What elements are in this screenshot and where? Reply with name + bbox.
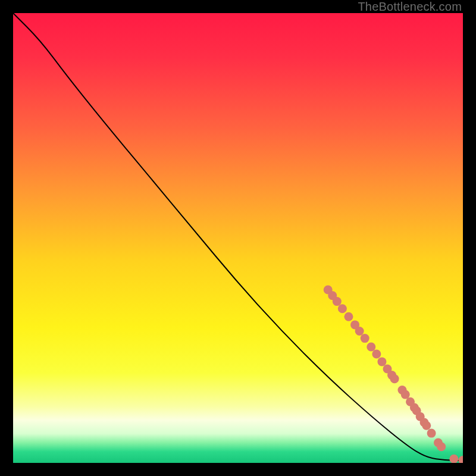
data-marker xyxy=(401,390,410,399)
data-marker xyxy=(355,327,364,336)
data-marker xyxy=(367,342,375,351)
data-marker xyxy=(333,297,342,306)
data-marker xyxy=(372,350,381,359)
gradient-background xyxy=(13,13,463,463)
data-marker xyxy=(377,357,386,366)
data-marker xyxy=(390,374,399,383)
data-marker xyxy=(422,421,431,430)
chart-frame xyxy=(13,13,463,463)
data-marker xyxy=(449,455,458,463)
watermark-text: TheBottleneck.com xyxy=(358,0,462,14)
data-marker xyxy=(427,429,436,438)
data-marker xyxy=(361,334,369,343)
data-marker xyxy=(437,442,446,451)
data-marker xyxy=(338,304,347,313)
bottleneck-chart xyxy=(13,13,463,463)
data-marker xyxy=(344,312,353,321)
